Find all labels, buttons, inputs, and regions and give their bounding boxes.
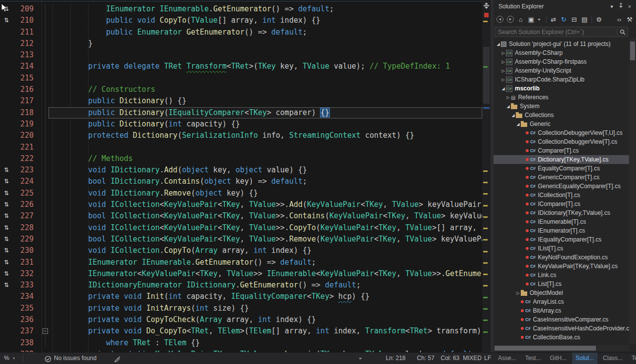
implements-arrows-icon[interactable]: ⇅ — [0, 15, 13, 26]
refresh-icon[interactable]: ↻ — [560, 16, 567, 23]
implements-arrows-icon[interactable]: ⇅ — [0, 210, 13, 222]
line-number[interactable]: 221 — [13, 142, 38, 153]
collapse-region-button[interactable]: − — [43, 328, 48, 334]
scrollbar-thumb[interactable] — [483, 47, 490, 104]
code-line[interactable]: void ICollection.CopyTo(Array array, int… — [48, 245, 482, 256]
implements-arrows-icon[interactable]: ⇅ — [0, 245, 13, 256]
home-icon[interactable]: ⌂ — [517, 16, 524, 23]
tree-item[interactable]: C#IComparer[T].cs — [494, 200, 629, 208]
line-number[interactable]: 215 — [13, 73, 38, 84]
tree-item[interactable]: ◢Generic — [494, 120, 629, 128]
tree-item[interactable]: ◢Solution 'project-gui' (11 of 11 projec… — [494, 40, 629, 48]
forward-icon[interactable]: ▸ — [507, 16, 514, 23]
tree-item[interactable]: ◢System — [494, 102, 629, 111]
expander-icon[interactable]: ▷ — [500, 51, 506, 55]
expander-icon[interactable]: ◢ — [500, 86, 506, 91]
show-all-files-icon[interactable]: ▤ — [581, 16, 588, 23]
code-area[interactable]: IEnumerator IEnumerable.GetEnumerator() … — [48, 3, 482, 352]
panel-header[interactable]: Solution Explorer ▾ × — [494, 0, 636, 13]
implements-arrows-icon[interactable]: ⇅ — [0, 199, 13, 210]
tree-item[interactable]: C#EqualityComparer[T].cs — [494, 164, 629, 173]
code-line[interactable]: bool ICollection<KeyValuePair<TKey, TVal… — [48, 234, 482, 245]
code-line[interactable]: public Dictionary() {} — [48, 95, 482, 107]
search-input[interactable] — [495, 29, 617, 36]
line-number[interactable]: 233 — [13, 280, 38, 291]
code-line[interactable]: void IDictionary.Remove(object key) {} — [48, 188, 482, 199]
zoom-caret-icon[interactable]: ▾ — [13, 353, 15, 364]
tree-item[interactable]: C#KeyNotFoundException.cs — [494, 253, 629, 262]
tree-item[interactable]: C#KeyValuePair[TKey,TValue].cs — [494, 262, 629, 271]
tree-item[interactable]: ▷C#ICSharpCode.SharpZipLib — [494, 75, 629, 84]
code-line[interactable]: public Dictionary(int capacity) {} — [48, 119, 482, 130]
char-indicator[interactable]: Ch: 57 — [417, 353, 434, 364]
code-line[interactable]: // Constructors — [48, 84, 482, 95]
code-line[interactable]: IEnumerator IEnumerable.GetEnumerator() … — [48, 257, 482, 268]
implements-arrows-icon[interactable]: ⇅ — [0, 257, 13, 268]
tree-item[interactable]: ◢C#mscorlib — [494, 84, 629, 93]
tree-item[interactable]: C#BitArray.cs — [494, 306, 629, 315]
issues-check-icon[interactable] — [45, 355, 51, 362]
line-number[interactable]: 218 — [13, 107, 38, 119]
line-number[interactable]: 234 — [13, 291, 38, 302]
code-line[interactable]: bool IDictionary.Contains(object key) =>… — [48, 176, 482, 187]
line-number[interactable]: 220 — [13, 130, 38, 141]
line-number[interactable]: 219 — [13, 119, 38, 130]
code-line[interactable]: where TRet : TElem {} — [48, 337, 482, 349]
dock-tab-tea[interactable]: Tea... — [628, 353, 636, 364]
expander-icon[interactable]: ◢ — [510, 113, 516, 118]
code-line[interactable]: IEnumerator IEnumerable.GetEnumerator() … — [48, 3, 482, 15]
code-line[interactable]: private static KeyValuePair<TKey, TValue… — [48, 349, 482, 352]
column-indicator[interactable]: Col: 63 — [441, 353, 459, 364]
expander-icon[interactable]: ◢ — [505, 104, 511, 109]
tree-item[interactable]: C#ArrayList.cs — [494, 297, 629, 306]
line-number[interactable]: 226 — [13, 199, 38, 210]
tree-item[interactable]: C#IDictionary[TKey,TValue].cs — [494, 208, 629, 217]
tree-item[interactable]: C#IList[T].cs — [494, 244, 629, 253]
line-number[interactable]: 212 — [13, 38, 38, 49]
code-line[interactable]: public void CopyTo(TValue[] array, int i… — [48, 15, 482, 26]
tree-vertical-scrollbar[interactable] — [629, 39, 636, 344]
implements-arrows-icon[interactable]: ⇅ — [0, 234, 13, 245]
code-line[interactable]: private void CopyToCheck(Array array, in… — [48, 314, 482, 325]
scrollbar-thumb[interactable] — [630, 41, 635, 60]
tools-icon[interactable]: ⚒ — [626, 16, 633, 23]
implements-arrows-icon[interactable]: ⇅ — [0, 222, 13, 234]
tree-item[interactable]: C#IEqualityComparer[T].cs — [494, 235, 629, 244]
line-number[interactable]: 216 — [13, 84, 38, 95]
line-number[interactable]: 228 — [13, 222, 38, 234]
line-number[interactable]: 231 — [13, 257, 38, 268]
tree-item[interactable]: C#CollectionBase.cs — [494, 333, 629, 342]
line-number-margin[interactable]: 2092102112122132142152162172182192202212… — [13, 3, 38, 352]
split-window-grip-icon[interactable] — [484, 2, 489, 11]
document-errors-indicator[interactable] — [484, 13, 489, 17]
tree-item[interactable]: C#Comparer[T].cs — [494, 146, 629, 155]
switch-views-icon[interactable]: ▣ — [528, 16, 535, 23]
edit-disabled-icon[interactable] — [114, 355, 121, 362]
expander-icon[interactable]: ◢ — [496, 42, 501, 46]
tree-horizontal-scrollbar[interactable] — [494, 345, 629, 351]
editor-vertical-scrollbar[interactable] — [482, 0, 491, 352]
line-number[interactable]: 227 — [13, 210, 38, 222]
line-number[interactable]: 236 — [13, 314, 38, 325]
properties-icon[interactable]: ⚙ — [595, 16, 602, 23]
implements-arrows-icon[interactable]: ⇅ — [0, 268, 13, 280]
hscroll-right-arrow-icon[interactable]: ▸ — [360, 353, 362, 364]
eol-indicator[interactable]: LF — [484, 353, 491, 364]
line-number[interactable]: 235 — [13, 303, 38, 314]
code-line[interactable] — [48, 142, 482, 153]
code-line[interactable]: void IDictionary.Add(object key, object … — [48, 164, 482, 176]
code-line[interactable] — [48, 73, 482, 84]
view-code-icon[interactable]: ‹› — [616, 16, 623, 23]
zoom-control[interactable]: % — [4, 353, 9, 364]
code-line[interactable]: IEnumerator<KeyValuePair<TKey, TValue>> … — [48, 268, 482, 280]
implements-arrows-icon[interactable]: ⇅ — [0, 176, 13, 187]
dock-tab-asse[interactable]: Asse... — [495, 353, 520, 364]
tree-item[interactable]: ▷C#Assembly-CSharp — [494, 48, 629, 57]
tree-item[interactable]: C#IEnumerable[T].cs — [494, 217, 629, 226]
line-number[interactable]: 229 — [13, 234, 38, 245]
tree-item[interactable]: C#GenericEqualityComparer[T].cs — [494, 182, 629, 191]
code-editor[interactable]: ⇅⇅⇅⇅⇅⇅⇅⇅⇅⇅⇅⇅⇅ 20921021121221321421521621… — [0, 0, 491, 352]
line-number[interactable]: 211 — [13, 27, 38, 38]
line-number[interactable]: 222 — [13, 153, 38, 164]
expander-icon[interactable]: ◢ — [515, 122, 521, 126]
